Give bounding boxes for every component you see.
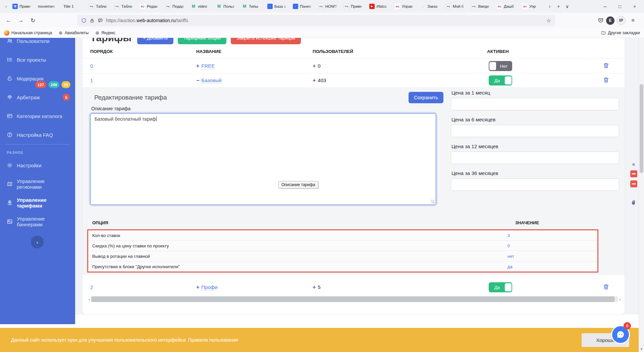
price-input[interactable] [451, 125, 619, 137]
browser-tab[interactable]: FS HOWT [316, 1, 341, 11]
sidebar-item-faq[interactable]: Настройка FAQ [0, 125, 75, 144]
browser-tab[interactable]: AU Управ [393, 1, 418, 11]
bookmark-item[interactable]: ⊕ Яндекс [95, 30, 115, 36]
chat-widget-button[interactable]: 8 [611, 325, 630, 344]
expand-icon[interactable]: + [196, 284, 199, 290]
collapse-panel-icon[interactable]: « [632, 161, 635, 167]
active-toggle[interactable]: Да [489, 282, 512, 292]
delete-tariff-button[interactable] [603, 77, 609, 84]
browser-tab[interactable]: FS Введе [469, 1, 494, 11]
permissions-icon[interactable] [98, 18, 103, 23]
description-textarea[interactable]: Базовый бесплатный тариф Описание тарифа [90, 113, 436, 205]
expand-users-icon[interactable]: + [313, 63, 316, 69]
delete-tariff-button[interactable] [603, 62, 609, 70]
sidebar-collapse-button[interactable]: ‹ [31, 236, 44, 248]
tariff-options-button[interactable]: Тарифные опции [178, 38, 226, 44]
bookmark-star-icon[interactable]: ☆ [546, 17, 551, 24]
add-tariff-button[interactable]: + Добавить [137, 38, 173, 44]
tab-scroll-right-icon[interactable]: › [545, 2, 554, 11]
sidebar-item-banners[interactable]: Управление баннерами [0, 212, 75, 231]
horizontal-scrollbar[interactable]: ‹ › [87, 296, 622, 302]
sidebar-item-projects[interactable]: Все проекты [0, 50, 75, 69]
browser-tab[interactable]: FS Мой б [444, 1, 469, 11]
price-input[interactable] [451, 178, 619, 191]
browser-tab[interactable]: movemen [36, 1, 61, 11]
url-bar[interactable]: https://auction.web-automation.ru/tariff… [77, 15, 555, 26]
vertical-scrollbar[interactable]: ∨ [639, 38, 644, 352]
order-link[interactable]: 1 [90, 77, 93, 84]
sidebar-item-regions[interactable]: Управление регионами [0, 175, 75, 193]
browser-tab[interactable]: FS Приве [342, 1, 367, 11]
save-button[interactable]: Сохранить [409, 92, 443, 103]
browser-tab[interactable]: M Типы [240, 1, 265, 11]
scrollbar-thumb[interactable] [640, 84, 643, 173]
collapse-icon[interactable]: − [196, 77, 199, 83]
expand-icon[interactable]: + [196, 63, 199, 69]
browser-tab[interactable]: M video [189, 1, 214, 11]
ip-extension-icon[interactable]: IP [617, 16, 626, 25]
browser-tab[interactable]: Title 1 [61, 1, 86, 11]
browser-tab[interactable]: ⚒ Приве [10, 1, 35, 11]
sidebar-item-users[interactable]: Пользователи [0, 38, 75, 50]
tariff-name-link[interactable]: Профи [201, 284, 217, 291]
tariff-name-link[interactable]: Базовый [201, 77, 221, 84]
tab-scroll-left-icon[interactable]: ‹ [2, 4, 10, 9]
terms-link[interactable]: Правила пользования [188, 337, 238, 343]
price-input[interactable] [451, 152, 619, 164]
bookmark-item[interactable]: Начальная страница [4, 30, 52, 36]
browser-tab[interactable]: ▶ #falco [367, 1, 392, 11]
pocket-icon[interactable] [598, 17, 604, 23]
new-tab-button[interactable]: + [554, 2, 563, 11]
reload-button[interactable]: ↻ [27, 15, 39, 26]
delete-tariff-button[interactable] [603, 284, 609, 291]
sidebar-item-settings[interactable]: Настройки [0, 156, 75, 175]
extension-red-icon[interactable] [630, 180, 637, 187]
forward-button[interactable]: → [15, 15, 27, 26]
shield-icon[interactable] [81, 18, 87, 23]
maximize-button[interactable]: □ [612, 1, 627, 12]
close-button[interactable]: × [627, 1, 642, 12]
price-input[interactable] [451, 98, 619, 110]
sidebar-item-tariffs[interactable]: Управление тарифами [0, 193, 75, 212]
option-value-link[interactable]: да [507, 264, 513, 269]
tariff-name-link[interactable]: FREE [201, 63, 215, 69]
minimize-button[interactable]: ─ [598, 1, 612, 12]
other-bookmarks-button[interactable]: Другие закладки [601, 31, 640, 35]
browser-tab[interactable]: AU Дашб [495, 1, 520, 11]
option-value-link[interactable]: нет [507, 254, 514, 259]
active-toggle[interactable]: Нет [489, 61, 512, 71]
active-toggle[interactable]: Да [489, 75, 512, 85]
option-value-link[interactable]: 3 [507, 233, 510, 238]
lock-icon[interactable] [90, 18, 95, 23]
browser-tab[interactable]: FS Табли [87, 1, 112, 11]
browser-tab[interactable]: AU Редак [138, 1, 163, 11]
sidebar-item-moderation[interactable]: Модерация 127 299 29 [0, 69, 75, 88]
account-avatar[interactable]: E [606, 16, 614, 25]
browser-tab[interactable]: FS Табли [112, 1, 137, 11]
browser-tab[interactable]: ▫ База з [265, 1, 290, 11]
bookmark-item[interactable]: ⊕ Авиабилеты [59, 30, 89, 36]
browser-tab[interactable]: ▫ Панел [291, 1, 316, 11]
extension-red-icon[interactable] [630, 170, 637, 177]
browser-tab[interactable]: ◌ Заказ [418, 1, 443, 11]
close-expired-button[interactable]: Закрыть истекшие тарифы [231, 38, 301, 44]
order-link[interactable]: 2 [90, 284, 93, 291]
expand-users-icon[interactable]: + [313, 284, 316, 290]
sidebar-item-arbitrage[interactable]: Арбитраж 5 [0, 88, 75, 107]
sidebar-item-catalog-categories[interactable]: Категории каталога [0, 107, 75, 125]
back-button[interactable]: ← [3, 15, 15, 26]
menu-icon[interactable]: ≡ [628, 15, 638, 25]
list-tabs-icon[interactable]: ∨ [563, 2, 572, 11]
scroll-down-icon[interactable]: ∨ [639, 347, 644, 351]
scroll-right-icon[interactable]: › [618, 297, 622, 301]
browser-tab[interactable]: FS Подар [163, 1, 188, 11]
hand-icon[interactable] [630, 199, 637, 207]
scroll-left-icon[interactable]: ‹ [87, 297, 91, 301]
resize-handle[interactable] [431, 200, 435, 203]
browser-tab[interactable]: AU Упр × [520, 1, 545, 11]
expand-users-icon[interactable]: + [313, 77, 316, 83]
order-link[interactable]: 0 [90, 63, 93, 69]
option-value-link[interactable]: 0 [507, 243, 510, 248]
scrollbar-thumb[interactable] [91, 296, 614, 302]
browser-tab[interactable]: M Польз [214, 1, 239, 11]
